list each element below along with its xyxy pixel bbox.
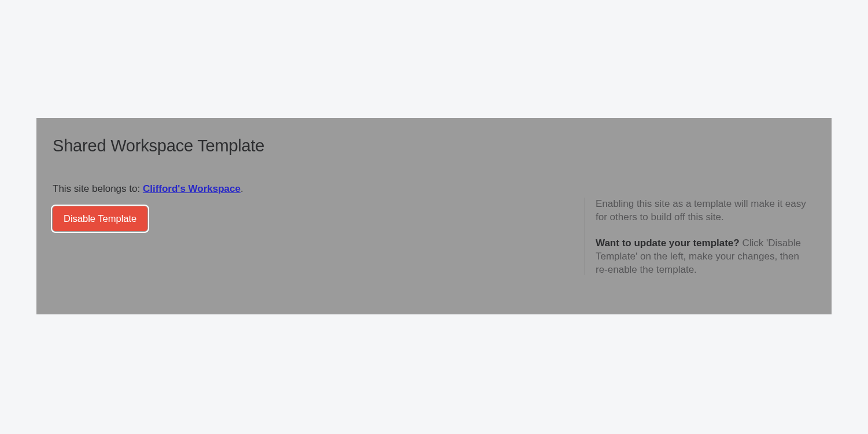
left-column: Shared Workspace Template This site belo… bbox=[53, 136, 574, 298]
info-paragraph-2: Want to update your template? Click 'Dis… bbox=[596, 237, 811, 277]
right-column: Enabling this site as a template will ma… bbox=[574, 136, 815, 298]
belongs-to-line: This site belongs to: Clifford's Workspa… bbox=[53, 183, 560, 195]
disable-template-button[interactable]: Disable Template bbox=[53, 206, 147, 231]
template-settings-card: Shared Workspace Template This site belo… bbox=[36, 118, 832, 314]
card-content: Shared Workspace Template This site belo… bbox=[53, 136, 815, 298]
belongs-prefix: This site belongs to: bbox=[53, 183, 143, 194]
update-heading: Want to update your template? bbox=[596, 238, 740, 248]
workspace-link[interactable]: Clifford's Workspace bbox=[143, 183, 241, 194]
info-paragraph-1: Enabling this site as a template will ma… bbox=[596, 198, 811, 224]
page-title: Shared Workspace Template bbox=[53, 136, 560, 155]
belongs-suffix: . bbox=[241, 183, 243, 194]
info-panel: Enabling this site as a template will ma… bbox=[585, 198, 811, 275]
